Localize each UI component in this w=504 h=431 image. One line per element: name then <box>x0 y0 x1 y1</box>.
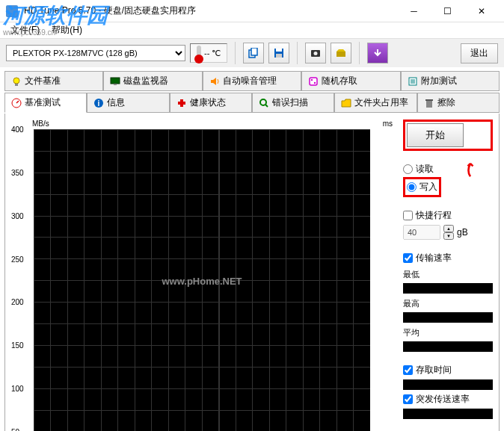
access-time-value <box>403 379 493 390</box>
highlight-start: 开始 <box>403 120 493 151</box>
menubar: 文件(F) 帮助(H) <box>0 22 504 39</box>
toolbar: PLEXTOR PX-128M7VC (128 gB) -- ℃ 退出 <box>0 39 504 67</box>
titlebar: HD Tune Pro 5.70 - 硬盘/固态硬盘实用程序 ─ ☐ ✕ <box>0 0 504 22</box>
close-button[interactable]: ✕ <box>464 1 498 22</box>
svg-point-14 <box>314 81 316 83</box>
menu-help[interactable]: 帮助(H) <box>46 22 88 39</box>
max-label: 最高 <box>403 298 493 309</box>
tab-benchmark[interactable]: 基准测试 <box>4 93 87 113</box>
bulb-icon <box>11 76 22 87</box>
screenshot-button[interactable] <box>305 43 326 63</box>
tab-file-benchmark[interactable]: 文件基准 <box>4 71 103 91</box>
minimize-button[interactable]: ─ <box>397 1 431 22</box>
highlight-write: 写入 <box>403 177 441 197</box>
tab-info[interactable]: i信息 <box>87 93 169 113</box>
folder-icon <box>341 98 351 108</box>
toolbar-divider <box>235 42 236 64</box>
search-icon <box>259 98 269 108</box>
chart-area: MB/s ms 400 350 300 250 200 150 100 50 w… <box>11 120 396 431</box>
tab-random-access[interactable]: 随机存取 <box>301 71 400 91</box>
copy-button[interactable] <box>243 43 264 63</box>
chart-grid: www.pHome.NET <box>34 129 370 431</box>
drive-select[interactable]: PLEXTOR PX-128M7VC (128 gB) <box>6 45 185 61</box>
tab-erase[interactable]: 擦除 <box>417 93 500 113</box>
short-stroke-label: 快捷行程 <box>416 209 452 222</box>
svg-rect-11 <box>114 84 117 85</box>
transfer-rate-label: 传输速率 <box>416 252 452 264</box>
access-time-checkbox[interactable] <box>403 365 413 375</box>
arrow-annotation-icon <box>463 158 478 178</box>
svg-text:i: i <box>98 99 100 108</box>
tab-extra-tests[interactable]: 附加测试 <box>401 71 500 91</box>
write-radio[interactable] <box>407 182 417 192</box>
exit-button[interactable]: 退出 <box>461 43 498 63</box>
read-radio-row: 读取 <box>403 163 493 176</box>
tab-health[interactable]: 健康状态 <box>170 93 252 113</box>
toolbar-divider <box>359 42 360 64</box>
settings-button[interactable] <box>331 43 351 63</box>
tab-folder-usage[interactable]: 文件夹占用率 <box>334 93 417 113</box>
list-icon <box>408 76 418 87</box>
window-title: HD Tune Pro 5.70 - 硬盘/固态硬盘实用程序 <box>24 4 397 17</box>
start-button[interactable]: 开始 <box>407 123 464 147</box>
svg-rect-9 <box>15 84 18 86</box>
burst-rate-checkbox[interactable] <box>403 394 413 404</box>
tab-row-2: 基准测试 i信息 健康状态 错误扫描 文件夹占用率 擦除 <box>4 92 500 112</box>
svg-rect-27 <box>426 101 432 108</box>
action-button[interactable] <box>367 43 388 63</box>
svg-rect-7 <box>336 52 345 57</box>
burst-rate-value <box>403 409 493 419</box>
x-axis-unit: ms <box>383 120 393 128</box>
maximize-button[interactable]: ☐ <box>431 1 464 22</box>
svg-point-8 <box>13 78 19 84</box>
read-label: 读取 <box>416 163 434 176</box>
tab-aam[interactable]: 自动噪音管理 <box>203 71 301 91</box>
svg-rect-28 <box>425 99 433 101</box>
avg-value <box>403 341 493 352</box>
tab-error-scan[interactable]: 错误扫描 <box>252 93 334 113</box>
toolbar-divider <box>297 42 298 64</box>
menu-file[interactable]: 文件(F) <box>4 22 46 39</box>
write-label: 写入 <box>420 181 437 193</box>
svg-rect-24 <box>178 102 185 105</box>
stroke-size-row: ▲ ▼ gB <box>403 225 493 240</box>
app-icon <box>6 5 18 17</box>
stroke-size-input[interactable] <box>403 225 440 240</box>
health-icon <box>176 98 187 108</box>
dice-icon <box>308 76 319 87</box>
svg-point-13 <box>311 78 313 80</box>
min-value <box>403 283 493 294</box>
temperature-value: -- ℃ <box>204 49 221 58</box>
speaker-icon <box>209 76 220 87</box>
access-time-row: 存取时间 <box>403 364 493 376</box>
tab-disk-monitor[interactable]: 磁盘监视器 <box>103 71 202 91</box>
svg-point-25 <box>260 99 266 105</box>
burst-rate-row: 突发传送速率 <box>403 393 493 406</box>
main-content: MB/s ms 400 350 300 250 200 150 100 50 w… <box>4 114 500 431</box>
trash-icon <box>424 98 434 108</box>
transfer-rate-row: 传输速率 <box>403 252 493 264</box>
temperature-display: -- ℃ <box>190 43 227 63</box>
short-stroke-checkbox[interactable] <box>403 211 413 220</box>
svg-line-26 <box>265 105 268 107</box>
svg-rect-4 <box>276 54 282 58</box>
max-value <box>403 312 493 323</box>
access-time-label: 存取时间 <box>416 364 452 376</box>
transfer-rate-checkbox[interactable] <box>403 253 413 263</box>
spin-up-button[interactable]: ▲ <box>443 225 454 232</box>
read-radio[interactable] <box>403 164 413 174</box>
svg-rect-10 <box>111 78 120 84</box>
write-radio-row: 写入 <box>407 181 437 193</box>
spin-down-button[interactable]: ▼ <box>443 232 454 240</box>
avg-label: 平均 <box>403 327 493 338</box>
benchmark-chart: 400 350 300 250 200 150 100 50 www.pHome… <box>11 129 370 431</box>
tab-row-1: 文件基准 磁盘监视器 自动噪音管理 随机存取 附加测试 <box>4 70 500 90</box>
gauge-icon <box>11 98 22 108</box>
side-panel: 开始 读取 写入 快捷行程 ▲ ▼ <box>403 120 493 431</box>
svg-rect-12 <box>310 78 317 85</box>
svg-rect-1 <box>251 48 257 55</box>
svg-rect-3 <box>276 49 282 52</box>
save-button[interactable] <box>268 43 289 63</box>
short-stroke-row: 快捷行程 <box>403 209 493 222</box>
burst-rate-label: 突发传送速率 <box>416 393 470 406</box>
